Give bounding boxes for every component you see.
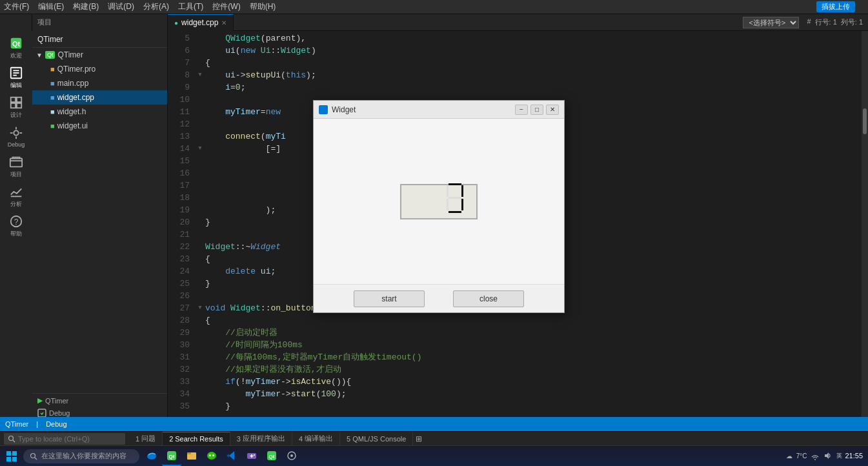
menu-file[interactable]: 文件(F) bbox=[4, 1, 29, 12]
status-debug: Debug bbox=[46, 420, 66, 428]
scrollbar-thumb[interactable] bbox=[863, 108, 867, 134]
search-bar[interactable] bbox=[4, 433, 125, 445]
code-line: //启动定时器 bbox=[205, 327, 862, 339]
row-col-status: # 行号: 1 列号: 1 bbox=[807, 17, 863, 27]
svg-point-10 bbox=[14, 130, 18, 135]
sidebar-item-welcome[interactable]: Qt 欢迎 bbox=[2, 34, 30, 62]
taskbar-search-icon bbox=[30, 452, 37, 460]
svg-text:?: ? bbox=[14, 217, 19, 226]
symbol-selector[interactable]: <选择符号> bbox=[743, 17, 799, 28]
sidebar-item-debug[interactable]: Debug bbox=[2, 123, 30, 151]
svg-rect-26 bbox=[449, 211, 461, 213]
bottom-tabs: 1 问题 2 Search Results 3 应用程序输出 4 编译输出 5 … bbox=[0, 431, 868, 445]
btab-qml-console[interactable]: 5 QML/JS Console bbox=[340, 432, 413, 446]
taskbar-app-vscode[interactable] bbox=[222, 447, 241, 466]
menu-tools[interactable]: 工具(T) bbox=[178, 1, 203, 12]
svg-rect-7 bbox=[17, 97, 21, 101]
taskbar-app-qt2[interactable]: Qt bbox=[262, 447, 281, 466]
dialog-title-icon bbox=[319, 105, 328, 114]
lcd-display bbox=[400, 184, 478, 219]
qt-dialog-titlebar: Widget − □ ✕ bbox=[314, 101, 564, 119]
svg-text:Qt: Qt bbox=[12, 39, 21, 47]
menu-bar: 文件(F) 编辑(E) 构建(B) 调试(D) 分析(A) 工具(T) 控件(W… bbox=[0, 0, 868, 14]
tree-item-widget-h[interactable]: ■ widget.h bbox=[32, 105, 167, 119]
taskbar-search[interactable]: 在这里输入你要搜索的内容 bbox=[23, 449, 139, 463]
svg-rect-30 bbox=[12, 451, 17, 456]
svg-rect-32 bbox=[12, 457, 17, 461]
file-panel-header: QTimer bbox=[32, 31, 167, 48]
taskbar-app-game[interactable] bbox=[242, 447, 261, 466]
qt-dialog-body bbox=[314, 119, 564, 284]
file-panel: QTimer ▼ Qt QTimer ■ QTimer.pro ■ main.c… bbox=[32, 31, 168, 436]
arrow-gutter: ▼ ▼ ▼ bbox=[195, 31, 205, 436]
code-line: //每隔100ms,定时器myTimer自动触发timeout() bbox=[205, 351, 862, 363]
svg-rect-8 bbox=[11, 103, 15, 107]
taskbar: 在这里输入你要搜索的内容 Qt bbox=[0, 445, 868, 466]
btab-more[interactable]: ⊞ bbox=[416, 434, 422, 443]
code-scrollbar[interactable] bbox=[862, 31, 868, 436]
svg-point-51 bbox=[814, 459, 816, 460]
start-button[interactable]: start bbox=[354, 290, 425, 307]
code-line: } bbox=[205, 400, 862, 412]
code-line: ui->setupUi(this); bbox=[205, 69, 862, 81]
tree-item-qtimer[interactable]: ▼ Qt QTimer bbox=[32, 48, 167, 62]
sidebar-item-edit[interactable]: 编辑 bbox=[2, 63, 30, 92]
code-line: //如果定时器没有激活,才启动 bbox=[205, 363, 862, 376]
taskbar-app-explorer[interactable] bbox=[182, 447, 201, 466]
code-line: ui(new Ui::Widget) bbox=[205, 45, 862, 57]
tree-item-pro[interactable]: ■ QTimer.pro bbox=[32, 62, 167, 76]
svg-point-50 bbox=[290, 454, 293, 457]
svg-point-40 bbox=[207, 452, 216, 460]
tree-item-widget-cpp[interactable]: ■ widget.cpp bbox=[32, 90, 167, 105]
upload-button[interactable]: 插拔上传 bbox=[816, 1, 855, 12]
menu-edit[interactable]: 编辑(E) bbox=[38, 1, 64, 12]
status-project: QTimer bbox=[5, 420, 28, 428]
start-button[interactable] bbox=[0, 446, 23, 467]
tree-item-main[interactable]: ■ main.cpp bbox=[32, 76, 167, 90]
maximize-button[interactable]: □ bbox=[530, 105, 543, 115]
taskbar-app-edge[interactable] bbox=[142, 447, 161, 466]
network-icon bbox=[811, 451, 820, 460]
svg-rect-20 bbox=[449, 183, 461, 185]
tab-close-icon[interactable]: ✕ bbox=[221, 19, 227, 26]
code-line: myTimer->start(100); bbox=[205, 388, 862, 400]
sidebar-item-analyze[interactable]: 分析 bbox=[2, 182, 30, 210]
window-controls: − □ ✕ bbox=[515, 105, 559, 115]
search-icon bbox=[8, 435, 15, 443]
menu-debug[interactable]: 调试(D) bbox=[108, 1, 134, 12]
btab-issues[interactable]: 1 问题 bbox=[129, 432, 163, 446]
btab-app-output[interactable]: 3 应用程序输出 bbox=[230, 432, 292, 446]
menu-build[interactable]: 构建(B) bbox=[73, 1, 99, 12]
code-line: { bbox=[205, 57, 862, 69]
svg-rect-15 bbox=[10, 158, 22, 167]
tree-item-widget-ui[interactable]: ■ widget.ui bbox=[32, 119, 167, 133]
minimize-button[interactable]: − bbox=[515, 105, 528, 115]
project-tab: 项目 bbox=[32, 14, 168, 31]
menu-analyze[interactable]: 分析(A) bbox=[143, 1, 169, 12]
svg-point-41 bbox=[209, 454, 211, 456]
menu-controls[interactable]: 控件(W) bbox=[212, 1, 240, 12]
menu-help[interactable]: 帮助(H) bbox=[250, 1, 276, 12]
sidebar-item-project[interactable]: 项目 bbox=[2, 152, 30, 181]
taskbar-app-wechat[interactable] bbox=[202, 447, 221, 466]
taskbar-app-qtcreator[interactable]: Qt bbox=[162, 447, 181, 466]
svg-rect-29 bbox=[6, 451, 11, 456]
sidebar-item-help[interactable]: ? 帮助 bbox=[2, 212, 30, 240]
btab-search-results[interactable]: 2 Search Results bbox=[163, 432, 230, 446]
close-window-button[interactable]: ✕ bbox=[546, 105, 559, 115]
svg-point-42 bbox=[212, 454, 214, 456]
qt-widget-dialog: Widget − □ ✕ bbox=[313, 100, 565, 313]
search-input[interactable] bbox=[18, 435, 121, 443]
svg-point-46 bbox=[254, 454, 255, 456]
svg-rect-31 bbox=[6, 457, 11, 461]
sidebar-item-design[interactable]: 设计 bbox=[2, 93, 30, 121]
volume-icon bbox=[823, 451, 833, 460]
btab-compile-output[interactable]: 4 编译输出 bbox=[292, 432, 340, 446]
tab-widget-cpp[interactable]: ● widget.cpp ✕ bbox=[168, 14, 234, 31]
taskbar-pinned-apps: Qt bbox=[139, 447, 304, 466]
svg-rect-23 bbox=[449, 197, 461, 199]
code-line: i=0; bbox=[205, 81, 862, 94]
taskbar-app-tools[interactable] bbox=[282, 447, 301, 466]
svg-rect-21 bbox=[447, 185, 449, 197]
close-button[interactable]: close bbox=[453, 290, 524, 307]
